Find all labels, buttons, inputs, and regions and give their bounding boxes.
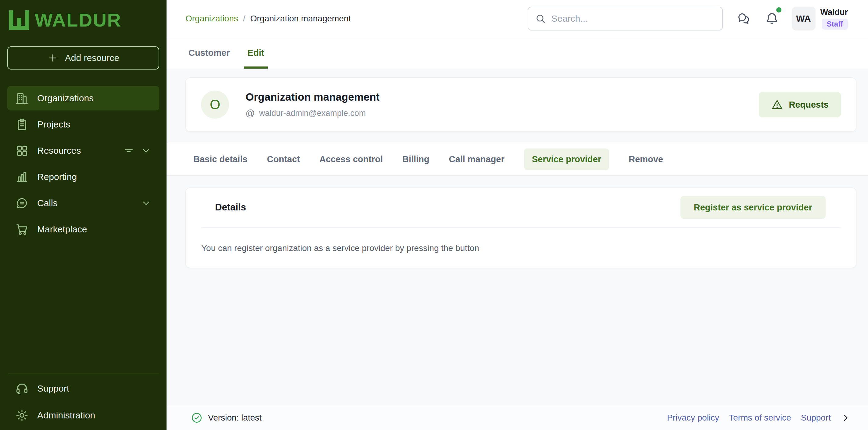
support-link[interactable]: Support — [801, 413, 831, 423]
tab-call-manager[interactable]: Call manager — [449, 154, 504, 164]
user-meta: Waldur Staff — [820, 8, 848, 30]
sidebar-bottom: Support Administration — [0, 374, 166, 430]
messages-button[interactable] — [737, 11, 751, 26]
tab-access-control[interactable]: Access control — [319, 154, 383, 164]
content: O Organization management @ waldur-admin… — [166, 69, 868, 405]
requests-button[interactable]: Requests — [759, 92, 841, 117]
search-box[interactable] — [528, 7, 723, 30]
chevron-down-icon[interactable] — [141, 146, 151, 156]
search-icon — [535, 13, 546, 24]
logo[interactable]: WALDUR — [0, 0, 166, 30]
check-circle-icon — [191, 412, 203, 424]
tab-basic-details[interactable]: Basic details — [193, 154, 247, 164]
organization-email: waldur-admin@example.com — [259, 109, 366, 118]
grid-icon — [15, 144, 29, 157]
breadcrumb-separator: / — [243, 14, 246, 24]
plus-icon — [47, 53, 58, 63]
chevron-right-icon[interactable] — [841, 412, 851, 423]
version-indicator: Version: latest — [191, 412, 262, 424]
cart-icon — [15, 223, 29, 236]
sidebar-item-projects[interactable]: Projects — [7, 112, 159, 136]
notifications-button[interactable] — [765, 11, 779, 26]
avatar[interactable]: WA — [792, 7, 815, 30]
sidebar-item-organizations[interactable]: Organizations — [7, 86, 159, 111]
breadcrumb-organizations-link[interactable]: Organizations — [185, 14, 238, 24]
tab-billing[interactable]: Billing — [402, 154, 429, 164]
sidebar-item-label: Calls — [37, 198, 58, 208]
footer: Version: latest Privacy policy Terms of … — [166, 405, 868, 430]
breadcrumb: Organizations / Organization management — [185, 14, 351, 24]
bar-chart-icon — [15, 170, 29, 184]
privacy-policy-link[interactable]: Privacy policy — [667, 413, 719, 423]
details-card: Details Register as service provider You… — [185, 188, 857, 268]
clipboard-icon — [15, 118, 29, 131]
logo-text: WALDUR — [35, 11, 121, 30]
details-heading: Details — [215, 202, 246, 213]
main-area: Organizations / Organization management — [166, 0, 868, 430]
search-input[interactable] — [551, 13, 715, 24]
staff-badge: Staff — [822, 19, 848, 30]
breadcrumb-current: Organization management — [250, 14, 351, 24]
waldur-logo-icon — [9, 10, 31, 30]
sidebar-item-label: Administration — [37, 410, 95, 421]
organization-email-row: @ waldur-admin@example.com — [246, 108, 380, 118]
sidebar-item-calls[interactable]: Calls — [7, 191, 159, 215]
chevron-down-icon[interactable] — [141, 198, 151, 208]
sidebar-item-label: Support — [37, 383, 69, 394]
tab-remove[interactable]: Remove — [628, 154, 663, 164]
organization-card: O Organization management @ waldur-admin… — [185, 78, 857, 132]
messages-icon — [737, 11, 751, 26]
chat-bubble-icon — [15, 196, 29, 210]
sidebar-item-label: Projects — [37, 119, 70, 130]
bell-icon — [765, 11, 779, 26]
sidebar-item-label: Resources — [37, 146, 81, 156]
headset-icon — [15, 382, 29, 395]
gear-icon — [15, 409, 29, 422]
sidebar-item-label: Organizations — [37, 93, 94, 103]
sidebar-item-resources[interactable]: Resources — [7, 139, 159, 163]
register-service-provider-button[interactable]: Register as service provider — [680, 196, 826, 219]
tab-edit[interactable]: Edit — [247, 37, 264, 69]
sidebar-item-label: Reporting — [37, 172, 77, 182]
add-resource-button[interactable]: Add resource — [7, 47, 159, 69]
building-icon — [15, 91, 29, 105]
sidebar-item-support[interactable]: Support — [7, 376, 159, 401]
sidebar-item-reporting[interactable]: Reporting — [7, 165, 159, 189]
terms-of-service-link[interactable]: Terms of service — [729, 413, 791, 423]
sidebar-nav: Organizations Projects Resources — [0, 86, 166, 242]
requests-label: Requests — [789, 100, 829, 110]
page-tabs: Customer Edit — [166, 37, 868, 69]
organization-title: Organization management — [246, 91, 380, 103]
notification-dot — [776, 7, 781, 12]
tab-contact[interactable]: Contact — [267, 154, 300, 164]
details-body-text: You can register organization as a servi… — [186, 227, 856, 268]
version-text: Version: latest — [208, 413, 262, 423]
warning-triangle-icon — [771, 98, 783, 111]
app-root: WALDUR Add resource Organizations — [0, 0, 868, 430]
topbar: Organizations / Organization management — [166, 0, 868, 37]
organization-avatar: O — [201, 91, 229, 119]
section-tabs: Basic details Contact Access control Bil… — [166, 143, 868, 176]
user-name: Waldur — [820, 8, 848, 17]
filter-icon[interactable] — [123, 145, 135, 157]
sidebar-item-marketplace[interactable]: Marketplace — [7, 217, 159, 242]
tab-customer[interactable]: Customer — [188, 37, 230, 69]
sidebar: WALDUR Add resource Organizations — [0, 0, 166, 430]
sidebar-item-administration[interactable]: Administration — [7, 403, 159, 428]
tab-service-provider[interactable]: Service provider — [524, 149, 609, 170]
sidebar-item-label: Marketplace — [37, 224, 87, 235]
at-sign-icon: @ — [246, 108, 255, 118]
add-resource-label: Add resource — [65, 53, 119, 63]
